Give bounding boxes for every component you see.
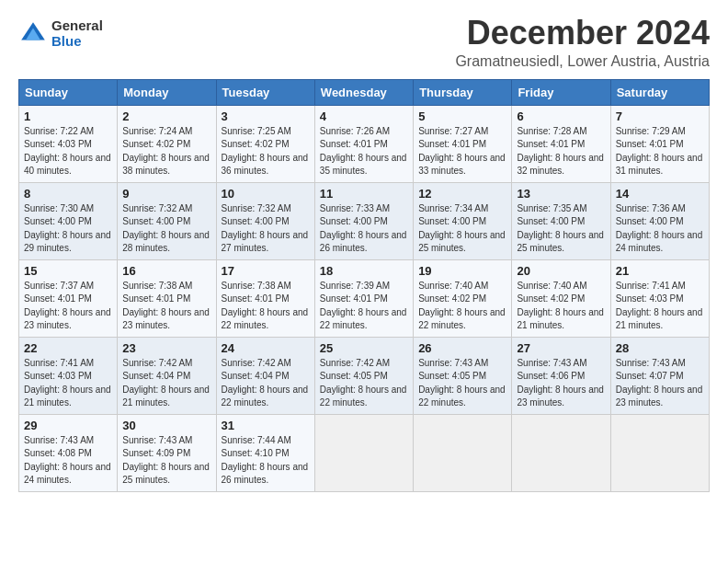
calendar-cell [314, 414, 413, 491]
day-info: Sunrise: 7:39 AMSunset: 4:01 PMDaylight:… [320, 280, 408, 333]
calendar-week-row: 29Sunrise: 7:43 AMSunset: 4:08 PMDayligh… [19, 414, 710, 491]
day-info: Sunrise: 7:33 AMSunset: 4:00 PMDaylight:… [320, 202, 408, 256]
day-number: 24 [222, 341, 310, 355]
day-info: Sunrise: 7:36 AMSunset: 4:00 PMDaylight:… [616, 202, 704, 256]
calendar-cell: 18Sunrise: 7:39 AMSunset: 4:01 PMDayligh… [314, 259, 413, 337]
day-info: Sunrise: 7:40 AMSunset: 4:02 PMDaylight:… [517, 280, 605, 333]
calendar-week-row: 8Sunrise: 7:30 AMSunset: 4:00 PMDaylight… [19, 182, 710, 259]
day-number: 22 [24, 341, 112, 355]
day-number: 20 [517, 264, 605, 278]
day-info: Sunrise: 7:43 AMSunset: 4:09 PMDaylight:… [122, 434, 210, 488]
calendar-cell: 14Sunrise: 7:36 AMSunset: 4:00 PMDayligh… [610, 182, 709, 259]
day-info: Sunrise: 7:38 AMSunset: 4:01 PMDaylight:… [122, 280, 210, 333]
day-number: 10 [222, 187, 310, 201]
day-number: 3 [222, 109, 310, 123]
day-info: Sunrise: 7:27 AMSunset: 4:01 PMDaylight:… [418, 125, 506, 178]
calendar-cell: 23Sunrise: 7:42 AMSunset: 4:04 PMDayligh… [118, 337, 216, 414]
calendar-table: SundayMondayTuesdayWednesdayThursdayFrid… [18, 79, 710, 492]
day-info: Sunrise: 7:43 AMSunset: 4:07 PMDaylight:… [616, 357, 704, 410]
day-number: 15 [24, 264, 112, 278]
weekday-header-monday: Monday [118, 79, 216, 105]
calendar-cell: 15Sunrise: 7:37 AMSunset: 4:01 PMDayligh… [19, 259, 118, 337]
logo: General Blue [18, 18, 103, 49]
day-number: 30 [122, 419, 210, 432]
day-number: 23 [122, 341, 210, 355]
calendar-cell: 5Sunrise: 7:27 AMSunset: 4:01 PMDaylight… [414, 105, 512, 182]
day-number: 11 [320, 187, 408, 201]
day-info: Sunrise: 7:32 AMSunset: 4:00 PMDaylight:… [122, 202, 210, 256]
calendar-cell: 30Sunrise: 7:43 AMSunset: 4:09 PMDayligh… [118, 414, 216, 491]
day-number: 29 [24, 419, 112, 432]
day-number: 21 [616, 264, 704, 278]
day-info: Sunrise: 7:40 AMSunset: 4:02 PMDaylight:… [418, 280, 506, 333]
day-info: Sunrise: 7:42 AMSunset: 4:05 PMDaylight:… [320, 357, 408, 410]
calendar-week-row: 22Sunrise: 7:41 AMSunset: 4:03 PMDayligh… [19, 337, 710, 414]
location-title: Gramatneusiedl, Lower Austria, Austria [455, 53, 710, 70]
day-number: 12 [418, 187, 506, 201]
day-number: 19 [418, 264, 506, 278]
weekday-header-friday: Friday [512, 79, 610, 105]
day-info: Sunrise: 7:44 AMSunset: 4:10 PMDaylight:… [222, 434, 310, 488]
day-info: Sunrise: 7:38 AMSunset: 4:01 PMDaylight:… [222, 280, 310, 333]
day-number: 18 [320, 264, 408, 278]
calendar-cell: 24Sunrise: 7:42 AMSunset: 4:04 PMDayligh… [216, 337, 314, 414]
logo-blue: Blue [51, 34, 103, 50]
day-info: Sunrise: 7:43 AMSunset: 4:08 PMDaylight:… [24, 434, 112, 488]
day-number: 25 [320, 341, 408, 355]
calendar-cell: 25Sunrise: 7:42 AMSunset: 4:05 PMDayligh… [314, 337, 413, 414]
day-info: Sunrise: 7:30 AMSunset: 4:00 PMDaylight:… [24, 202, 112, 256]
day-info: Sunrise: 7:34 AMSunset: 4:00 PMDaylight:… [418, 202, 506, 256]
calendar-cell: 9Sunrise: 7:32 AMSunset: 4:00 PMDaylight… [118, 182, 216, 259]
calendar-cell: 13Sunrise: 7:35 AMSunset: 4:00 PMDayligh… [512, 182, 610, 259]
calendar-cell: 10Sunrise: 7:32 AMSunset: 4:00 PMDayligh… [216, 182, 314, 259]
weekday-header-sunday: Sunday [19, 79, 118, 105]
day-info: Sunrise: 7:24 AMSunset: 4:02 PMDaylight:… [122, 125, 210, 178]
weekday-header-thursday: Thursday [414, 79, 512, 105]
calendar-cell: 11Sunrise: 7:33 AMSunset: 4:00 PMDayligh… [314, 182, 413, 259]
calendar-cell: 1Sunrise: 7:22 AMSunset: 4:03 PMDaylight… [19, 105, 118, 182]
day-number: 28 [616, 341, 704, 355]
calendar-cell [610, 414, 709, 491]
day-info: Sunrise: 7:43 AMSunset: 4:06 PMDaylight:… [517, 357, 605, 410]
weekday-header-saturday: Saturday [610, 79, 709, 105]
title-area: December 2024 Gramatneusiedl, Lower Aust… [455, 15, 710, 70]
day-number: 8 [24, 187, 112, 201]
month-title: December 2024 [455, 15, 710, 52]
calendar-cell: 19Sunrise: 7:40 AMSunset: 4:02 PMDayligh… [414, 259, 512, 337]
calendar-cell: 6Sunrise: 7:28 AMSunset: 4:01 PMDaylight… [512, 105, 610, 182]
calendar-cell: 28Sunrise: 7:43 AMSunset: 4:07 PMDayligh… [610, 337, 709, 414]
page-header: General Blue December 2024 Gramatneusied… [18, 15, 710, 70]
day-number: 2 [122, 109, 210, 123]
day-info: Sunrise: 7:41 AMSunset: 4:03 PMDaylight:… [24, 357, 112, 410]
day-number: 6 [517, 109, 605, 123]
calendar-cell: 31Sunrise: 7:44 AMSunset: 4:10 PMDayligh… [216, 414, 314, 491]
calendar-cell: 20Sunrise: 7:40 AMSunset: 4:02 PMDayligh… [512, 259, 610, 337]
calendar-week-row: 1Sunrise: 7:22 AMSunset: 4:03 PMDaylight… [19, 105, 710, 182]
day-number: 1 [24, 109, 112, 123]
day-info: Sunrise: 7:25 AMSunset: 4:02 PMDaylight:… [222, 125, 310, 178]
calendar-cell [414, 414, 512, 491]
day-info: Sunrise: 7:29 AMSunset: 4:01 PMDaylight:… [616, 125, 704, 178]
calendar-cell: 17Sunrise: 7:38 AMSunset: 4:01 PMDayligh… [216, 259, 314, 337]
logo-general: General [51, 18, 103, 34]
logo-icon [18, 19, 48, 49]
day-info: Sunrise: 7:42 AMSunset: 4:04 PMDaylight:… [122, 357, 210, 410]
calendar-cell: 26Sunrise: 7:43 AMSunset: 4:05 PMDayligh… [414, 337, 512, 414]
day-number: 4 [320, 109, 408, 123]
day-info: Sunrise: 7:35 AMSunset: 4:00 PMDaylight:… [517, 202, 605, 256]
logo-text: General Blue [51, 18, 103, 49]
day-info: Sunrise: 7:32 AMSunset: 4:00 PMDaylight:… [222, 202, 310, 256]
day-number: 14 [616, 187, 704, 201]
day-info: Sunrise: 7:22 AMSunset: 4:03 PMDaylight:… [24, 125, 112, 178]
day-number: 26 [418, 341, 506, 355]
calendar-cell: 29Sunrise: 7:43 AMSunset: 4:08 PMDayligh… [19, 414, 118, 491]
calendar-cell [512, 414, 610, 491]
day-number: 17 [222, 264, 310, 278]
calendar-cell: 7Sunrise: 7:29 AMSunset: 4:01 PMDaylight… [610, 105, 709, 182]
calendar-cell: 16Sunrise: 7:38 AMSunset: 4:01 PMDayligh… [118, 259, 216, 337]
weekday-header-row: SundayMondayTuesdayWednesdayThursdayFrid… [19, 79, 710, 105]
calendar-cell: 22Sunrise: 7:41 AMSunset: 4:03 PMDayligh… [19, 337, 118, 414]
calendar-cell: 21Sunrise: 7:41 AMSunset: 4:03 PMDayligh… [610, 259, 709, 337]
calendar-cell: 8Sunrise: 7:30 AMSunset: 4:00 PMDaylight… [19, 182, 118, 259]
day-info: Sunrise: 7:26 AMSunset: 4:01 PMDaylight:… [320, 125, 408, 178]
